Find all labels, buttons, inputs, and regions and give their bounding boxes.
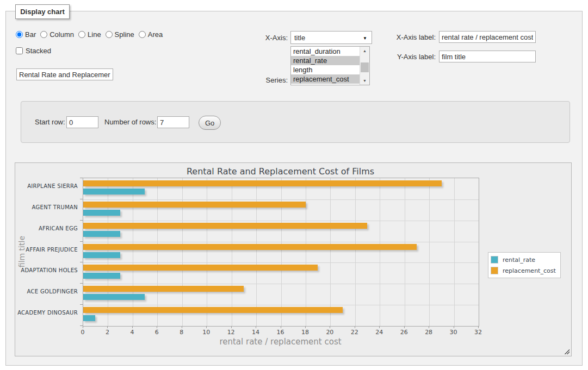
x-axis-label-label: X-Axis label:	[379, 33, 436, 41]
bar-replacement_cost	[83, 202, 306, 208]
series-listbox[interactable]: rental_durationrental_ratelengthreplacem…	[290, 46, 370, 85]
x-tick-mark	[83, 326, 83, 328]
start-row-label: Start row:	[35, 118, 65, 126]
legend-label: rental_rate	[503, 256, 535, 264]
gridline-x-28	[429, 178, 430, 326]
gridline-x-26	[405, 178, 405, 326]
x-tick-mark	[132, 326, 133, 328]
scroll-down-icon[interactable]: ▼	[360, 77, 369, 85]
num-rows-input[interactable]	[157, 116, 189, 128]
x-tick-mark	[404, 326, 405, 328]
y-axis-label-input[interactable]	[439, 51, 536, 62]
radio-area[interactable]	[139, 31, 146, 38]
chart-title-input[interactable]	[16, 68, 113, 80]
panel-legend-text: Display chart	[20, 8, 65, 16]
x-tick-label: 30	[450, 329, 457, 336]
gridline-x-30	[454, 178, 455, 326]
x-tick-label: 16	[277, 329, 284, 336]
bar-replacement_cost	[83, 223, 367, 229]
stacked-checkbox[interactable]	[16, 47, 23, 54]
series-option-replacement_cost[interactable]: replacement_cost	[291, 74, 361, 84]
x-tick-mark	[379, 326, 380, 328]
x-tick-label: 24	[375, 329, 383, 336]
series-select-label: Series:	[233, 76, 288, 84]
gridline-x-4	[133, 178, 133, 326]
chart-type-option-bar[interactable]: Bar	[16, 30, 36, 39]
bar-replacement_cost	[83, 307, 343, 313]
gridline-x-14	[256, 178, 257, 326]
x-tick-mark	[478, 326, 479, 328]
y-axis-label-label: Y-Axis label:	[379, 53, 436, 61]
legend-entry-rental_rate: rental_rate	[491, 254, 556, 265]
x-tick-mark	[182, 326, 182, 328]
chart-type-option-area[interactable]: Area	[139, 30, 163, 39]
chart-type-option-line[interactable]: Line	[78, 30, 101, 39]
series-option-rental_duration[interactable]: rental_duration	[291, 47, 361, 56]
listbox-scrollbar[interactable]: ▲ ▼	[360, 47, 369, 85]
plot-area	[83, 178, 479, 327]
chart-type-option-column[interactable]: Column	[40, 30, 74, 39]
x-tick-mark	[256, 326, 256, 328]
y-axis-title: film title	[17, 178, 26, 325]
x-tick-mark	[429, 326, 429, 328]
row-controls-box: Start row: Number of rows: Go	[21, 101, 570, 143]
bar-rental_rate	[83, 294, 145, 300]
x-tick-mark	[206, 326, 207, 328]
radio-label: Line	[88, 30, 101, 39]
y-tick-mark	[80, 262, 83, 262]
x-tick-mark	[454, 326, 454, 328]
radio-bar[interactable]	[16, 31, 23, 38]
x-axis-title: rental rate / replacement cost	[83, 337, 478, 347]
chart-type-radio-group: BarColumnLineSplineArea	[16, 29, 167, 39]
x-tick-mark	[330, 326, 330, 328]
series-option-rental_rate[interactable]: rental_rate	[291, 56, 361, 65]
radio-column[interactable]	[40, 31, 47, 38]
num-rows-label: Number of rows:	[104, 118, 156, 126]
radio-label: Bar	[25, 30, 36, 39]
bar-rental_rate	[83, 189, 145, 195]
start-row-input[interactable]	[66, 116, 98, 128]
x-tick-label: 10	[202, 329, 210, 336]
gridline-band-6	[83, 305, 479, 305]
radio-spline[interactable]	[106, 31, 113, 38]
gridline-band-3	[83, 242, 479, 242]
gridline-band-2	[83, 221, 479, 221]
x-axis-label-input[interactable]	[439, 31, 536, 43]
x-axis-select-value: title	[294, 34, 305, 42]
scrollbar-thumb[interactable]	[361, 62, 369, 72]
resize-handle-icon[interactable]	[564, 348, 570, 354]
go-button[interactable]: Go	[199, 116, 221, 130]
bar-replacement_cost	[83, 265, 318, 271]
x-tick-label: 28	[425, 329, 432, 336]
gridline-x-24	[380, 178, 380, 326]
gridline-x-18	[306, 178, 306, 326]
bar-replacement_cost	[83, 180, 442, 186]
x-axis-select[interactable]: title ▼	[290, 31, 372, 44]
scroll-up-icon[interactable]: ▲	[360, 47, 369, 55]
dropdown-arrow-icon: ▼	[363, 36, 367, 41]
gridline-band-1	[83, 199, 479, 200]
bar-replacement_cost	[83, 244, 417, 250]
series-option-length[interactable]: length	[291, 65, 361, 74]
x-tick-mark	[281, 326, 281, 328]
x-tick-label: 20	[326, 329, 333, 336]
y-tick-mark	[80, 178, 83, 178]
x-tick-label: 12	[227, 329, 235, 336]
radio-line[interactable]	[78, 31, 85, 38]
x-tick-mark	[355, 326, 355, 328]
stacked-label: Stacked	[26, 47, 51, 55]
gridline-x-6	[157, 178, 158, 326]
bar-replacement_cost	[83, 286, 244, 292]
bar-rental_rate	[83, 252, 120, 258]
bar-rental_rate	[83, 315, 95, 321]
x-tick-label: 26	[400, 329, 408, 336]
x-tick-label: 4	[130, 329, 134, 336]
page: Display chart BarColumnLineSplineArea St…	[0, 0, 588, 370]
gridline-x-10	[207, 178, 207, 326]
x-tick-label: 2	[106, 329, 109, 336]
bar-rental_rate	[83, 231, 120, 237]
gridline-x-12	[232, 178, 232, 326]
chart-type-option-spline[interactable]: Spline	[106, 30, 134, 39]
chart-title: Rental Rate and Replacement Cost of Film…	[83, 166, 478, 177]
x-tick-label: 18	[301, 329, 309, 336]
